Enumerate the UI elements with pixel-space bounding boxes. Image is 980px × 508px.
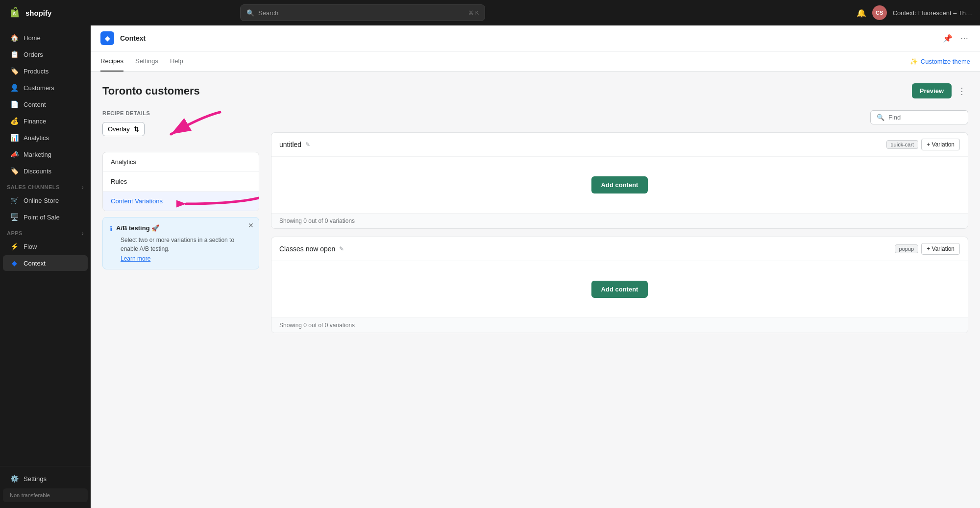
section-card-footer: Showing 0 out of 0 variations [271, 213, 968, 228]
left-nav: Analytics Rules Content Variations [102, 152, 259, 211]
tooltip-text: Select two or more variations in a secti… [121, 236, 252, 253]
customers-icon: 👤 [10, 84, 19, 92]
sidebar-item-label: Flow [24, 243, 37, 250]
sidebar-item-label: Home [24, 34, 41, 42]
tooltip-header: ℹ A/B testing 🚀 [110, 224, 252, 233]
customize-theme-button[interactable]: ✨ Customize theme [910, 58, 970, 65]
section-tags: popup + Variation [895, 243, 960, 255]
context-icon: ◆ [10, 259, 19, 267]
sidebar-item-point-of-sale[interactable]: 🖥️ Point of Sale [3, 209, 88, 225]
sidebar-item-marketing[interactable]: 📣 Marketing [3, 146, 88, 162]
search-bar[interactable]: 🔍 Search ⌘ K [240, 4, 485, 21]
overlay-select-container: Overlay ⇅ [102, 122, 145, 144]
more-options-button[interactable]: ⋮ [956, 84, 968, 98]
sidebar-item-label: Orders [24, 51, 43, 58]
tab-recipes[interactable]: Recipes [100, 51, 123, 72]
sidebar-item-label: Analytics [24, 134, 49, 142]
apps-label: Apps › [0, 225, 91, 238]
sidebar-item-label: Online Store [24, 197, 59, 204]
page-title: Toronto customers [102, 85, 200, 97]
edit-icon[interactable]: ✎ [339, 245, 344, 252]
sidebar-item-discounts[interactable]: 🏷️ Discounts [3, 163, 88, 179]
sidebar-item-label: Products [24, 68, 49, 75]
products-icon: 🏷️ [10, 67, 19, 75]
section-card-header: untitled ✎ quick-cart + Variation [271, 133, 968, 157]
sidebar-bottom: ⚙️ Settings Non-transferable [0, 466, 91, 504]
sidebar: 🏠 Home 📋 Orders 🏷️ Products 👤 Customers … [0, 25, 91, 508]
sidebar-item-orders[interactable]: 📋 Orders [3, 47, 88, 62]
avatar[interactable]: CS [872, 5, 887, 20]
page-content: Toronto customers Preview ⋮ RECIPE DETAI… [91, 72, 980, 508]
sidebar-item-online-store[interactable]: 🛒 Online Store [3, 193, 88, 208]
tooltip-title: A/B testing 🚀 [116, 224, 159, 232]
sales-channels-label: Sales channels › [0, 179, 91, 192]
sections-list: untitled ✎ quick-cart + Variation Add co… [271, 132, 968, 333]
two-column-layout: RECIPE DETAILS Overlay ⇅ [102, 110, 968, 341]
finance-icon: 💰 [10, 117, 19, 125]
tabs-bar: Recipes Settings Help ✨ Customize theme [91, 51, 980, 72]
tooltip-close-button[interactable]: ✕ [248, 221, 254, 229]
sidebar-item-flow[interactable]: ⚡ Flow [3, 239, 88, 254]
learn-more-link[interactable]: Learn more [121, 255, 252, 262]
app-name: Context [120, 34, 146, 42]
sidebar-item-label: Customers [24, 84, 54, 92]
sidebar-item-settings[interactable]: ⚙️ Settings [3, 471, 88, 486]
overlay-select[interactable]: Overlay ⇅ [102, 122, 145, 136]
app-header: ◆ Context 📌 ⋯ [91, 25, 980, 51]
online-store-icon: 🛒 [10, 196, 19, 204]
variation-button[interactable]: + Variation [921, 139, 960, 150]
chevron-icon: ⇅ [134, 125, 139, 133]
sidebar-item-label: Context [24, 260, 46, 267]
section-card-body: Add content [271, 261, 968, 317]
notification-icon[interactable]: 🔔 [857, 8, 866, 18]
find-bar[interactable]: 🔍 Find [870, 110, 968, 124]
sidebar-item-label: Content [24, 101, 46, 108]
section-card-untitled: untitled ✎ quick-cart + Variation Add co… [271, 132, 968, 229]
store-name: Context: Fluorescent – Th… [893, 9, 972, 17]
section-title: untitled [279, 141, 301, 148]
pos-icon: 🖥️ [10, 213, 19, 221]
shopify-logo[interactable]: S shopify [8, 6, 51, 20]
find-icon: 🔍 [877, 114, 884, 121]
sidebar-item-label: Discounts [24, 168, 51, 175]
tab-help[interactable]: Help [170, 51, 183, 72]
tab-settings[interactable]: Settings [135, 51, 158, 72]
sidebar-item-products[interactable]: 🏷️ Products [3, 63, 88, 79]
edit-icon[interactable]: ✎ [305, 141, 310, 148]
more-button[interactable]: ⋯ [958, 32, 970, 45]
section-tag: quick-cart [886, 140, 919, 149]
section-card-footer: Showing 0 out of 0 variations [271, 317, 968, 333]
nav-item-analytics[interactable]: Analytics [103, 152, 259, 172]
orders-icon: 📋 [10, 50, 19, 58]
topbar: S shopify 🔍 Search ⌘ K 🔔 CS Context: Flu… [0, 0, 980, 25]
nav-item-rules[interactable]: Rules [103, 172, 259, 192]
recipe-details-label: RECIPE DETAILS [102, 110, 259, 116]
discounts-icon: 🏷️ [10, 167, 19, 175]
page-title-actions: Preview ⋮ [912, 83, 968, 98]
sidebar-item-customers[interactable]: 👤 Customers [3, 80, 88, 96]
wand-icon: ✨ [910, 58, 918, 65]
context-app-icon: ◆ [100, 31, 114, 45]
pin-button[interactable]: 📌 [941, 32, 955, 45]
sidebar-item-label: Point of Sale [24, 214, 60, 221]
section-tag: popup [895, 244, 919, 253]
tooltip-box: ✕ ℹ A/B testing 🚀 Select two or more var… [102, 217, 259, 269]
sidebar-item-content[interactable]: 📄 Content [3, 97, 88, 112]
add-content-button[interactable]: Add content [591, 281, 648, 298]
sidebar-item-finance[interactable]: 💰 Finance [3, 113, 88, 129]
left-panel: RECIPE DETAILS Overlay ⇅ [102, 110, 259, 341]
keyboard-shortcut: ⌘ K [468, 10, 479, 16]
content-area: ◆ Context 📌 ⋯ Recipes Settings Help ✨ Cu… [91, 25, 980, 508]
variation-button[interactable]: + Variation [921, 243, 960, 255]
sidebar-item-analytics[interactable]: 📊 Analytics [3, 130, 88, 145]
preview-button[interactable]: Preview [912, 83, 952, 98]
arrow-annotation-2 [176, 192, 259, 211]
sidebar-item-context[interactable]: ◆ Context [3, 255, 88, 271]
app-header-right: 📌 ⋯ [941, 32, 970, 45]
sidebar-item-home[interactable]: 🏠 Home [3, 30, 88, 46]
non-transferable-label: Non-transferable [3, 488, 88, 502]
nav-item-content-variations[interactable]: Content Variations [103, 192, 259, 211]
section-card-classes: Classes now open ✎ popup + Variation Add… [271, 237, 968, 333]
content-icon: 📄 [10, 100, 19, 108]
add-content-button[interactable]: Add content [591, 176, 648, 194]
